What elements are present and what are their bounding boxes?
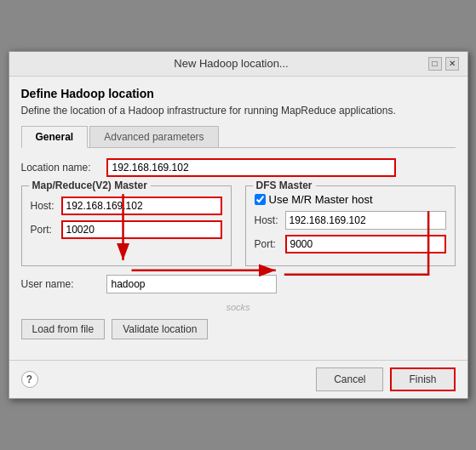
mr-host-input[interactable] [61, 197, 222, 215]
section-title: Define Hadoop location [21, 87, 456, 100]
dfs-port-label: Port: [255, 238, 285, 250]
mr-port-input[interactable] [61, 220, 222, 239]
title-bar-controls: □ ✕ [428, 57, 459, 71]
tab-advanced[interactable]: Advanced parameters [89, 126, 218, 147]
dfs-master-title: DFS Master [253, 179, 316, 191]
dfs-master-group: DFS Master Use M/R Master host Host: Por… [245, 185, 456, 266]
close-button[interactable]: ✕ [445, 57, 459, 71]
mr-host-label: Host: [31, 200, 61, 212]
mr-port-row: Port: [31, 220, 222, 239]
location-name-label: Location name: [21, 162, 106, 174]
minimize-button[interactable]: □ [428, 57, 442, 71]
section-description: Define the location of a Hadoop infrastr… [21, 104, 456, 118]
dialog-footer: ? Cancel Finish [9, 360, 467, 398]
tab-general[interactable]: General [21, 126, 89, 148]
dfs-host-label: Host: [255, 214, 285, 226]
use-mr-master-label: Use M/R Master host [269, 193, 373, 206]
dialog-window: New Hadoop location... □ ✕ Define Hadoop… [9, 51, 468, 400]
username-label: User name: [21, 278, 106, 290]
finish-button[interactable]: Finish [390, 367, 455, 391]
mr-host-row: Host: [31, 197, 222, 215]
tabs-container: General Advanced parameters [21, 126, 456, 148]
mr-port-label: Port: [31, 224, 61, 236]
socks-placeholder: socks [21, 302, 456, 312]
dfs-port-row: Port: [255, 235, 446, 253]
load-from-file-button[interactable]: Load from file [21, 319, 106, 339]
footer-right: Cancel Finish [316, 367, 455, 391]
mapreduce-master-group: Map/Reduce(V2) Master Host: Port: [21, 185, 232, 266]
cancel-button[interactable]: Cancel [316, 367, 383, 391]
dialog-content: Define Hadoop location Define the locati… [9, 77, 467, 361]
dfs-host-row: Host: [255, 211, 446, 230]
footer-left: ? [21, 371, 38, 388]
use-mr-master-checkbox[interactable] [255, 194, 266, 205]
username-row: User name: [21, 275, 456, 293]
use-mr-master-row: Use M/R Master host [255, 193, 446, 206]
action-buttons: Load from file Validate location [21, 319, 456, 339]
title-bar: New Hadoop location... □ ✕ [9, 52, 467, 77]
dfs-host-input[interactable] [285, 211, 446, 230]
masters-container: Map/Reduce(V2) Master Host: Port: DFS Ma… [21, 185, 456, 266]
location-name-row: Location name: [21, 158, 456, 177]
dialog-title: New Hadoop location... [35, 57, 428, 70]
username-input[interactable] [106, 275, 277, 293]
dfs-port-input[interactable] [285, 235, 446, 253]
masters-row: Map/Reduce(V2) Master Host: Port: DFS Ma… [21, 185, 456, 266]
mapreduce-master-title: Map/Reduce(V2) Master [29, 179, 151, 191]
help-button[interactable]: ? [21, 371, 38, 388]
location-name-input[interactable] [106, 158, 396, 177]
validate-location-button[interactable]: Validate location [112, 319, 208, 339]
